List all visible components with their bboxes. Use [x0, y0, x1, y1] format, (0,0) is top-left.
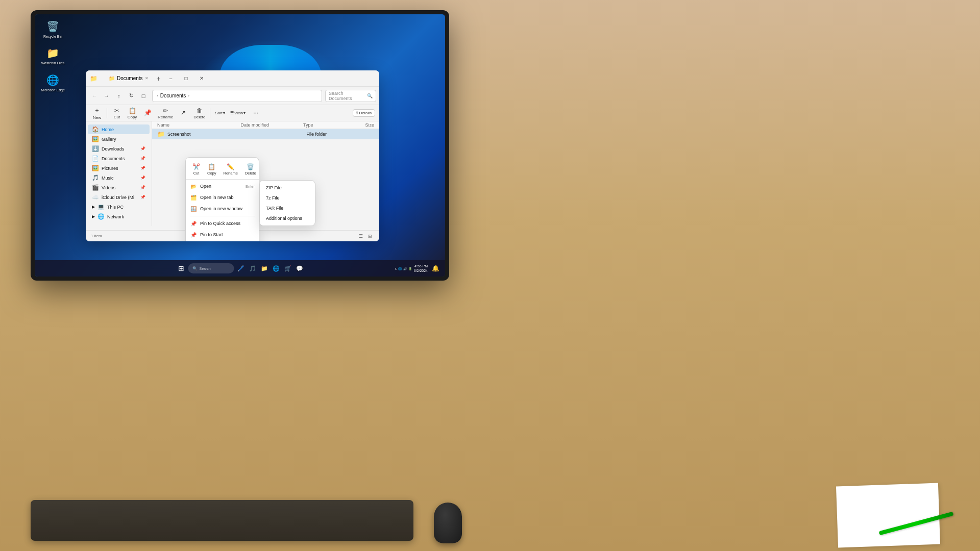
ctx-cut-button[interactable]: ✂️ Cut [190, 162, 203, 177]
tab-add-button[interactable]: + [154, 73, 164, 84]
ctx-open-item[interactable]: 📂 Open Enter [186, 181, 259, 192]
file-explorer-window: 📁 📁 Documents ✕ + – □ ✕ [86, 70, 379, 241]
clock-time: 4:56 PM [414, 264, 428, 268]
this-pc-expand-icon: ▶ [92, 205, 95, 209]
network-tray-icon: 🌐 [398, 267, 402, 270]
sidebar-item-gallery[interactable]: 🖼️ Gallery [88, 134, 150, 144]
sidebar-item-pictures[interactable]: 🖼️ Pictures 📌 [88, 163, 150, 173]
grid-view-button[interactable]: ⊞ [366, 232, 374, 240]
tray-arrow[interactable]: ∧ [395, 267, 397, 270]
file-item-screenshot[interactable]: 📁 Screenshot File folder [152, 129, 379, 139]
context-menu-top-section: ✂️ Cut 📋 Copy ✏️ Rename 🗑️ [186, 160, 259, 180]
taskbar-search[interactable]: 🔍 Search [188, 263, 234, 273]
ctx-copy-button[interactable]: 📋 Copy [205, 162, 219, 177]
taskbar-app-icon-1[interactable]: 🖊️ [236, 263, 246, 273]
copy-button[interactable]: 📋 Copy [125, 106, 139, 120]
monitor-screen: 🗑️ Recycle Bin 📁 Wastebin Files 🌐 Micros… [35, 14, 445, 277]
share-button[interactable]: ↗ [176, 108, 190, 118]
details-icon: ℹ [356, 111, 358, 115]
file-list-header: Name Date modified Type Size [152, 121, 379, 129]
tab-close-icon[interactable]: ✕ [145, 76, 149, 81]
taskbar-app-icon-explorer[interactable]: 📁 [259, 263, 270, 273]
minimize-button[interactable]: – [164, 73, 178, 84]
taskbar-app-icon-teams[interactable]: 💬 [295, 263, 305, 273]
refresh-button[interactable]: ↻ [126, 90, 137, 102]
search-icon: 🔍 [367, 93, 373, 98]
list-view-button[interactable]: ☰ [357, 232, 365, 240]
sidebar-item-network[interactable]: ▶ 🌐 Network [88, 212, 150, 221]
sidebar-item-music[interactable]: 🎵 Music 📌 [88, 173, 150, 183]
paste-icon: 📌 [144, 109, 152, 116]
sidebar-documents-label: Documents [102, 156, 125, 161]
tab-icon: 📁 [109, 76, 115, 81]
paste-button[interactable]: 📌 [140, 108, 155, 118]
submenu-7z[interactable]: 7z File [260, 193, 315, 203]
ctx-delete-button[interactable]: 🗑️ Delete [242, 162, 259, 177]
details-button[interactable]: ℹ Details [353, 109, 375, 117]
sort-dropdown[interactable]: Sort ▾ [213, 110, 227, 116]
address-chevron-right: › [188, 93, 189, 98]
sidebar-item-videos[interactable]: 🎬 Videos 📌 [88, 183, 150, 192]
submenu-tar[interactable]: TAR File [260, 203, 315, 213]
copy-icon: 📋 [129, 107, 136, 114]
col-date-header: Date modified [240, 122, 303, 128]
sidebar-item-this-pc[interactable]: ▶ 💻 This PC [88, 202, 150, 212]
sidebar-item-downloads[interactable]: ⬇️ Downloads 📌 [88, 144, 150, 154]
more-button[interactable]: ··· [249, 108, 263, 118]
rename-label: Rename [158, 115, 173, 119]
sidebar-videos-label: Videos [102, 185, 115, 190]
wastebin-files-icon[interactable]: 📁 Wastebin Files [39, 46, 67, 65]
ctx-rename-button[interactable]: ✏️ Rename [221, 162, 240, 177]
sound-tray-icon: 🔊 [403, 267, 407, 270]
ctx-open-icon: 📂 [190, 183, 197, 190]
sidebar-icloud-label: iCloud Drive (Mi [102, 195, 134, 200]
ctx-pin-start-item[interactable]: 📌 Pin to Start [186, 229, 259, 240]
submenu-zip[interactable]: ZIP File [260, 183, 315, 193]
back-button[interactable]: ← [89, 90, 100, 102]
ctx-delete-icon: 🗑️ [247, 163, 254, 170]
sidebar-item-icloud[interactable]: ☁️ iCloud Drive (Mi 📌 [88, 192, 150, 202]
notification-button[interactable]: 🔔 [430, 263, 441, 274]
search-box[interactable]: Search Documents 🔍 [325, 90, 376, 102]
windows-desktop: 🗑️ Recycle Bin 📁 Wastebin Files 🌐 Micros… [35, 14, 445, 277]
start-button[interactable]: ⊞ [176, 263, 187, 274]
ctx-pin-quick-label: Pin to Quick access [200, 221, 255, 226]
delete-button[interactable]: 🗑 Delete [191, 106, 207, 120]
up-button[interactable]: ↑ [113, 90, 125, 102]
address-chevron: › [157, 93, 158, 98]
taskbar-app-icon-edge[interactable]: 🌐 [271, 263, 281, 273]
rename-button[interactable]: ✏ Rename [156, 106, 175, 120]
ctx-open-tab-item[interactable]: 🗂️ Open in new tab [186, 192, 259, 203]
sidebar-this-pc-label: This PC [107, 205, 124, 210]
view-dropdown[interactable]: ☰ View ▾ [228, 110, 248, 116]
submenu-7z-label: 7z File [266, 195, 280, 201]
recycle-bin-icon[interactable]: 🗑️ Recycle Bin [39, 19, 67, 39]
music-icon: 🎵 [92, 174, 99, 181]
forward-button[interactable]: → [101, 90, 112, 102]
tab-documents[interactable]: 📁 Documents ✕ [105, 73, 153, 84]
maximize-button[interactable]: □ [179, 73, 193, 84]
sidebar-item-home[interactable]: 🏠 Home [88, 124, 150, 134]
ctx-open-tab-icon: 🗂️ [190, 194, 197, 201]
submenu-tar-label: TAR File [266, 206, 283, 211]
edge-icon[interactable]: 🌐 Microsoft Edge [39, 73, 67, 92]
taskbar-app-icon-2[interactable]: 🎵 [248, 263, 258, 273]
address-bar[interactable]: › Documents › [152, 90, 322, 102]
system-clock[interactable]: 4:56 PM 6/2/2024 [414, 264, 428, 273]
submenu-additional[interactable]: Additional options [260, 213, 315, 223]
cut-icon: ✂ [114, 107, 119, 114]
close-button[interactable]: ✕ [194, 73, 209, 84]
explorer-window-icon: 📁 [90, 75, 97, 82]
search-placeholder: Search Documents [329, 91, 365, 101]
new-button[interactable]: ＋ New [90, 105, 104, 121]
ctx-open-window-label: Open in new window [200, 206, 255, 211]
ctx-cut-label: Cut [193, 171, 200, 176]
sidebar-item-documents[interactable]: 📄 Documents 📌 [88, 154, 150, 163]
cut-button[interactable]: ✂ Cut [110, 106, 124, 120]
ctx-open-window-item[interactable]: 🪟 Open in new window [186, 203, 259, 214]
expand-button[interactable]: □ [138, 90, 149, 102]
ctx-pin-quick-item[interactable]: 📌 Pin to Quick access [186, 218, 259, 229]
sort-chevron-icon: ▾ [223, 111, 225, 115]
taskbar-app-icon-store[interactable]: 🛒 [283, 263, 293, 273]
more-icon: ··· [253, 109, 258, 116]
